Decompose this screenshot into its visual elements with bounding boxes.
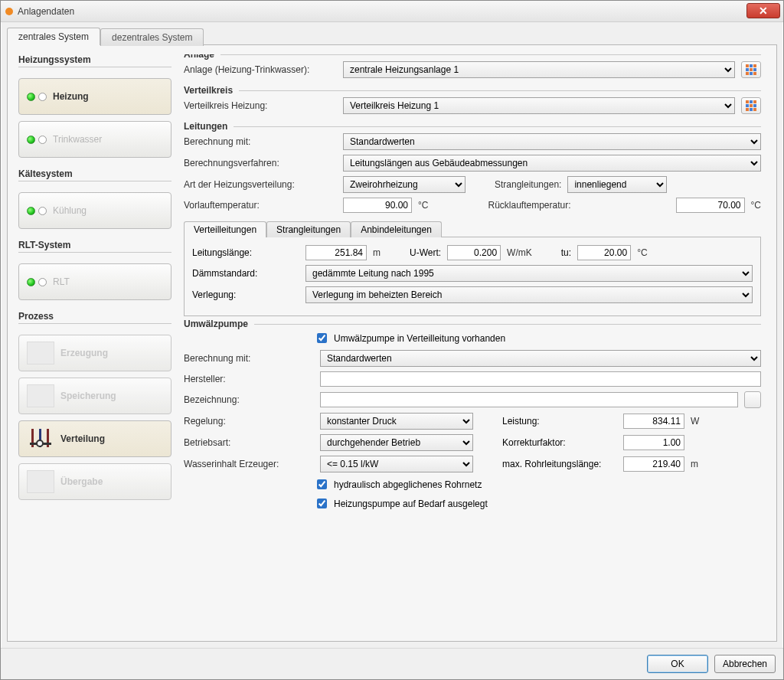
sidebar-item-heizung[interactable]: Heizung [18, 78, 172, 115]
input-hersteller[interactable] [320, 371, 761, 387]
input-vorlauftemperatur[interactable] [343, 198, 412, 213]
checkbox-bedarf-input[interactable] [317, 499, 327, 508]
label-wasserinhalt: Wasserinhalt Erzeuger: [184, 459, 314, 469]
unit-tu: °C [637, 247, 647, 258]
tab-anbindeleitungen[interactable]: Anbindeleitungen [351, 221, 442, 237]
tab-central-system[interactable]: zentrales System [7, 28, 100, 45]
leitungen-subtabs: Verteilleitungen Strangleitungen Anbinde… [184, 221, 761, 237]
select-regelung[interactable]: konstanter Druck [320, 413, 473, 430]
checkbox-pumpe-vorhanden-label: Umwälzpumpe in Verteilleitung vorhanden [334, 333, 505, 344]
checkbox-pumpe-vorhanden[interactable]: Umwälzpumpe in Verteilleitung vorhanden [314, 331, 505, 345]
tab-decentral-system[interactable]: dezentrales System [100, 28, 204, 46]
sidebar-item-label: Heizung [53, 91, 89, 102]
close-button[interactable]: ✕ [746, 3, 780, 18]
sidebar-item-label: Trinkwasser [53, 134, 102, 145]
label-tu: tu: [561, 247, 571, 258]
anlage-table-button[interactable] [741, 61, 761, 78]
app-dot-icon [5, 8, 13, 15]
dialog-footer: OK Abbrechen [1, 648, 783, 679]
select-berechnung-mit[interactable]: Standardwerten [343, 133, 761, 150]
bezeichnung-lookup-button[interactable] [744, 391, 761, 408]
checkbox-hydraulisch[interactable]: hydraulisch abgeglichenes Rohrnetz [314, 477, 482, 492]
label-leistung: Leistung: [502, 416, 617, 427]
sidebar-item-label: Verteilung [60, 433, 105, 444]
ok-button[interactable]: OK [647, 655, 708, 673]
label-betriebsart: Betriebsart: [184, 437, 314, 448]
label-regelung: Regelung: [184, 416, 314, 427]
verteilkreis-table-button[interactable] [741, 97, 761, 114]
checkbox-pumpe-vorhanden-input[interactable] [317, 333, 327, 343]
input-tu[interactable] [577, 245, 631, 260]
erzeugung-icon [27, 342, 54, 365]
status-dot-green-icon [27, 93, 35, 101]
verteilung-icon [27, 427, 54, 450]
label-verteilkreis: Verteilkreis Heizung: [184, 100, 337, 111]
checkbox-hydraulisch-input[interactable] [317, 479, 327, 489]
group-anlage: Anlage Anlage (Heizung-Trinkwasser): zen… [184, 54, 761, 83]
sidebar-item-verteilung[interactable]: Verteilung [18, 420, 172, 457]
panel-verteilleitungen: Leitungslänge: m U-Wert: W/mK tu: °C [184, 237, 761, 316]
select-daemmstandard[interactable]: gedämmte Leitung nach 1995 [305, 265, 753, 282]
sidebar-item-trinkwasser[interactable]: Trinkwasser [18, 121, 172, 158]
cancel-button[interactable]: Abbrechen [714, 655, 776, 673]
unit-leistung: W [691, 416, 699, 427]
unit-vorlauf: °C [418, 200, 428, 211]
group-title-verteilkreis: Verteilkreis [184, 85, 239, 96]
input-max-rohrleitungslaenge[interactable] [623, 456, 684, 472]
label-leitungslaenge: Leitungslänge: [192, 247, 299, 258]
table-icon [746, 64, 756, 75]
unit-ruecklauf: °C [751, 200, 761, 211]
dialog-window: Anlagendaten ✕ zentrales System dezentra… [0, 0, 784, 680]
sidebar-item-kuehlung[interactable]: Kühlung [18, 192, 172, 229]
select-betriebsart[interactable]: durchgehender Betrieb [320, 434, 473, 451]
select-verlegung[interactable]: Verlegung im beheizten Bereich [305, 286, 753, 303]
checkbox-bedarf[interactable]: Heizungspumpe auf Bedarf ausgelegt [314, 496, 488, 511]
speicherung-icon [27, 384, 54, 407]
unit-leitungslaenge: m [373, 247, 381, 258]
status-dot-icon [38, 207, 47, 215]
group-title-leitungen: Leitungen [184, 121, 234, 132]
label-vorlauftemperatur: Vorlauftemperatur: [184, 200, 337, 211]
main-tabs: zentrales System dezentrales System [7, 27, 777, 44]
sidebar-group-heizungssystem: Heizungssystem [18, 54, 172, 67]
input-leistung[interactable] [623, 414, 684, 429]
sidebar-item-speicherung[interactable]: Speicherung [18, 378, 172, 414]
label-korrekturfaktor: Korrekturfaktor: [502, 437, 617, 448]
group-title-anlage: Anlage [184, 54, 220, 60]
select-berechnungsverfahren[interactable]: Leitungslängen aus Gebäudeabmessungen [343, 155, 761, 172]
label-ruecklauftemperatur: Rücklauftemperatur: [488, 200, 570, 211]
sidebar-item-erzeugung[interactable]: Erzeugung [18, 335, 172, 371]
sidebar-item-label: Erzeugung [60, 348, 108, 358]
input-ruecklauftemperatur[interactable] [676, 198, 745, 213]
input-uwert[interactable] [447, 245, 501, 260]
input-bezeichnung[interactable] [320, 392, 738, 407]
select-strangleitungen[interactable]: innenliegend [567, 176, 667, 193]
tab-strangleitungen[interactable]: Strangleitungen [266, 221, 351, 237]
select-verteilkreis[interactable]: Verteilkreis Heizung 1 [343, 97, 735, 114]
input-korrekturfaktor[interactable] [623, 435, 684, 450]
sidebar-item-rlt[interactable]: RLT [18, 263, 172, 300]
table-icon [746, 100, 756, 111]
sidebar-item-label: Übergabe [60, 476, 103, 487]
input-leitungslaenge[interactable] [305, 245, 367, 260]
main-content: Anlage Anlage (Heizung-Trinkwasser): zen… [184, 54, 766, 632]
select-pumpe-berechnung[interactable]: Standardwerten [320, 350, 761, 367]
group-umwaelzpumpe: Umwälzpumpe Umwälzpumpe in Verteilleitun… [184, 324, 761, 515]
group-title-umwaelzpumpe: Umwälzpumpe [184, 319, 254, 329]
label-hersteller: Hersteller: [184, 374, 314, 384]
select-wasserinhalt[interactable]: <= 0.15 l/kW [320, 456, 473, 472]
select-art-heizungsverteilung[interactable]: Zweirohrheizung [343, 176, 466, 193]
label-strangleitungen: Strangleitungen: [495, 179, 561, 190]
sidebar-item-uebergabe[interactable]: Übergabe [18, 463, 172, 500]
tab-verteilleitungen[interactable]: Verteilleitungen [184, 221, 266, 237]
group-leitungen: Leitungen Berechnung mit: Standardwerten… [184, 126, 761, 316]
sidebar-group-kaeltesystem: Kältesystem [18, 168, 172, 181]
status-dot-icon [38, 278, 47, 286]
label-uwert: U-Wert: [410, 247, 441, 258]
status-dot-green-icon [27, 278, 35, 286]
label-anlage: Anlage (Heizung-Trinkwasser): [184, 64, 337, 75]
sidebar-group-rlt-system: RLT-System [18, 240, 172, 253]
unit-uwert: W/mK [507, 247, 532, 258]
status-dot-green-icon [27, 207, 35, 215]
select-anlage[interactable]: zentrale Heizungsanlage 1 [343, 61, 735, 78]
